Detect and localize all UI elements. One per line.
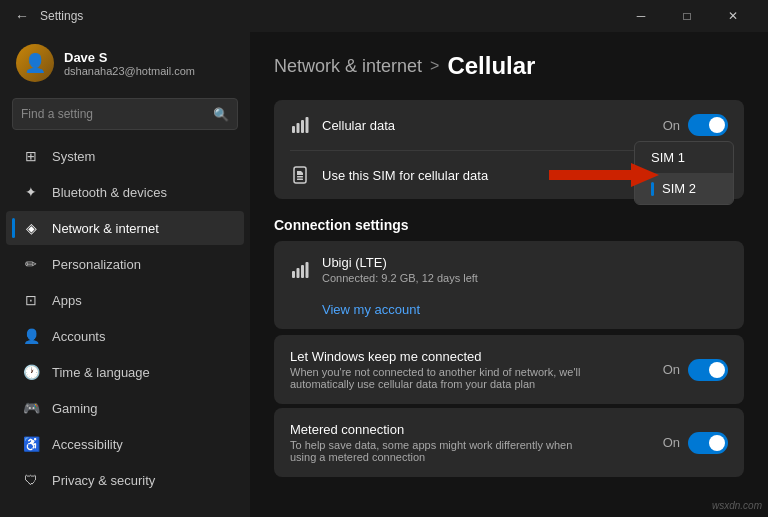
sidebar-item-label: Privacy & security	[52, 473, 155, 488]
sidebar-item-accounts[interactable]: 👤 Accounts	[6, 319, 244, 353]
search-input[interactable]	[21, 107, 213, 121]
personalization-icon: ✏	[22, 255, 40, 273]
cellular-toggle[interactable]	[688, 114, 728, 136]
svg-rect-1	[297, 123, 300, 133]
sidebar-item-gaming[interactable]: 🎮 Gaming	[6, 391, 244, 425]
sidebar-item-network[interactable]: ◈ Network & internet	[6, 211, 244, 245]
back-button[interactable]: ←	[12, 6, 32, 26]
view-account-link[interactable]: View my account	[274, 298, 744, 329]
close-button[interactable]: ✕	[710, 0, 756, 32]
watermark: wsxdn.com	[712, 500, 762, 511]
svg-rect-11	[306, 262, 309, 278]
search-box[interactable]: 🔍	[12, 98, 238, 130]
username: Dave S	[64, 50, 195, 65]
network-signal-icon	[290, 260, 310, 280]
content-area: Network & internet > Cellular Cellular d…	[250, 32, 768, 517]
metered-toggle[interactable]	[688, 432, 728, 454]
svg-rect-0	[292, 126, 295, 133]
privacy-icon: 🛡	[22, 471, 40, 489]
svg-rect-3	[306, 117, 309, 133]
sidebar-item-label: Personalization	[52, 257, 141, 272]
sidebar-nav: ⊞ System ✦ Bluetooth & devices ◈ Network…	[0, 138, 250, 498]
sidebar: 👤 Dave S dshanaha23@hotmail.com 🔍 ⊞ Syst…	[0, 32, 250, 517]
sidebar-item-system[interactable]: ⊞ System	[6, 139, 244, 173]
svg-rect-6	[297, 179, 303, 181]
sidebar-item-privacy[interactable]: 🛡 Privacy & security	[6, 463, 244, 497]
breadcrumb-parent[interactable]: Network & internet	[274, 56, 422, 77]
accounts-icon: 👤	[22, 327, 40, 345]
svg-marker-7	[549, 163, 659, 187]
gaming-icon: 🎮	[22, 399, 40, 417]
titlebar: ← Settings ─ □ ✕	[0, 0, 768, 32]
breadcrumb: Network & internet > Cellular	[274, 52, 744, 80]
svg-rect-8	[292, 271, 295, 278]
sidebar-item-time[interactable]: 🕐 Time & language	[6, 355, 244, 389]
metered-label: Metered connection	[290, 422, 651, 437]
keep-connected-label: Let Windows keep me connected	[290, 349, 651, 364]
network-name: Ubigi (LTE)	[322, 255, 728, 270]
breadcrumb-separator: >	[430, 57, 439, 75]
keep-connected-row: Let Windows keep me connected When you'r…	[274, 335, 744, 404]
cellular-toggle-label: On	[663, 118, 680, 133]
metered-card: Metered connection To help save data, so…	[274, 408, 744, 477]
apps-icon: ⊡	[22, 291, 40, 309]
svg-rect-2	[301, 120, 304, 133]
sim2-label: SIM 2	[662, 181, 696, 196]
network-icon: ◈	[22, 219, 40, 237]
sidebar-item-label: Apps	[52, 293, 82, 308]
sidebar-item-label: Network & internet	[52, 221, 159, 236]
sidebar-item-apps[interactable]: ⊡ Apps	[6, 283, 244, 317]
network-sub: Connected: 9.2 GB, 12 days left	[322, 272, 728, 284]
sidebar-item-label: Time & language	[52, 365, 150, 380]
keep-connected-toggle[interactable]	[688, 359, 728, 381]
user-email: dshanaha23@hotmail.com	[64, 65, 195, 77]
cellular-icon	[290, 115, 310, 135]
accessibility-icon: ♿	[22, 435, 40, 453]
system-icon: ⊞	[22, 147, 40, 165]
sidebar-item-accessibility[interactable]: ♿ Accessibility	[6, 427, 244, 461]
minimize-button[interactable]: ─	[618, 0, 664, 32]
sidebar-item-label: Bluetooth & devices	[52, 185, 167, 200]
window-controls: ─ □ ✕	[618, 0, 756, 32]
sim-select-row: Use this SIM for cellular data SIM 1	[274, 151, 744, 199]
metered-toggle-label: On	[663, 435, 680, 450]
svg-rect-10	[301, 265, 304, 278]
sidebar-item-label: Gaming	[52, 401, 98, 416]
sidebar-item-label: Accessibility	[52, 437, 123, 452]
svg-rect-5	[297, 176, 303, 178]
time-icon: 🕐	[22, 363, 40, 381]
bluetooth-icon: ✦	[22, 183, 40, 201]
search-icon: 🔍	[213, 107, 229, 122]
sidebar-item-personalization[interactable]: ✏ Personalization	[6, 247, 244, 281]
network-info-card: Ubigi (LTE) Connected: 9.2 GB, 12 days l…	[274, 241, 744, 329]
sidebar-item-label: Accounts	[52, 329, 105, 344]
window-title: Settings	[40, 9, 618, 23]
connection-settings-title: Connection settings	[274, 201, 744, 241]
metered-sub: To help save data, some apps might work …	[290, 439, 651, 463]
avatar: 👤	[16, 44, 54, 82]
keep-connected-sub: When you're not connected to another kin…	[290, 366, 651, 390]
metered-row: Metered connection To help save data, so…	[274, 408, 744, 477]
maximize-button[interactable]: □	[664, 0, 710, 32]
page-title: Cellular	[447, 52, 535, 80]
cellular-data-label: Cellular data	[322, 118, 651, 133]
keep-connected-toggle-label: On	[663, 362, 680, 377]
network-info-row: Ubigi (LTE) Connected: 9.2 GB, 12 days l…	[274, 241, 744, 298]
user-profile[interactable]: 👤 Dave S dshanaha23@hotmail.com	[0, 32, 250, 94]
svg-rect-9	[297, 268, 300, 278]
keep-connected-card: Let Windows keep me connected When you'r…	[274, 335, 744, 404]
sidebar-item-bluetooth[interactable]: ✦ Bluetooth & devices	[6, 175, 244, 209]
sim-icon	[290, 165, 310, 185]
sidebar-item-label: System	[52, 149, 95, 164]
red-arrow	[549, 161, 659, 189]
cellular-data-card: Cellular data On	[274, 100, 744, 199]
main-layout: 👤 Dave S dshanaha23@hotmail.com 🔍 ⊞ Syst…	[0, 32, 768, 517]
